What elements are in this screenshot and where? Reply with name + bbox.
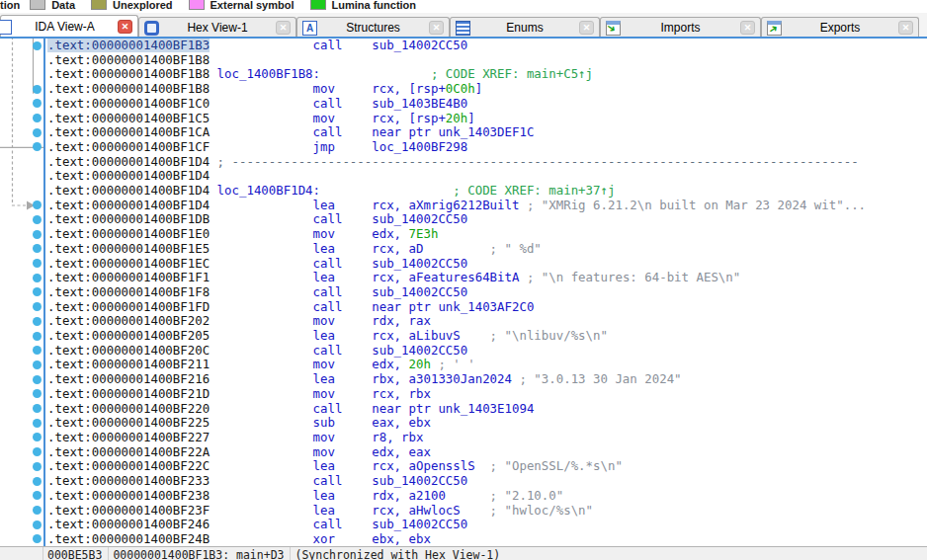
tab-imports[interactable]: Imports✕ [600,17,761,38]
instruction-dot [33,114,42,122]
listing-line[interactable]: .text:00000001400BF1B8 loc_1400BF1B8: ; … [0,67,927,82]
line-gutter [0,402,45,417]
listing-line[interactable]: .text:00000001400BF205 lea rcx, aLibuvS … [0,329,927,344]
instruction-dot [33,447,42,456]
legend-swatch [189,0,205,10]
listing-line[interactable]: .text:00000001400BF202 mov rdx, rax [0,314,927,329]
instruction-dot [33,433,42,441]
enums-icon [456,21,470,36]
status-spacer [0,547,43,560]
tab-close-icon[interactable]: ✕ [579,21,594,35]
listing-line[interactable]: .text:00000001400BF1D4 [0,169,927,184]
listing-line[interactable]: .text:00000001400BF21D mov rcx, rbx [0,387,927,402]
listing-line[interactable]: .text:00000001400BF1C5 mov rcx, [rsp+20h… [0,112,927,126]
instruction-dot [33,346,42,355]
tab-hex-view-1[interactable]: Hex View-1✕ [138,17,296,38]
code-text: call near ptr unk_1403E1094 [210,401,534,416]
listing-line[interactable]: .text:00000001400BF23F lea rcx, aHwlocS … [0,504,927,519]
listing-line[interactable]: .text:00000001400BF227 mov r8, rbx [0,431,927,445]
code-text: mov edx, eax [210,444,431,459]
listing-line[interactable]: .text:00000001400BF238 lea rdx, a2100 ; … [0,489,927,504]
listing-line[interactable]: .text:00000001400BF211 mov edx, 20h ; ' … [0,358,927,372]
line-text: .text:00000001400BF1EC call sub_14002CC5… [47,257,467,272]
tab-exports[interactable]: Exports✕ [761,17,919,38]
code-text: mov edx, [210,226,408,241]
line-gutter [0,372,45,387]
listing-line[interactable]: .text:00000001400BF1FD call near ptr unk… [0,300,927,315]
listing-line[interactable]: .text:00000001400BF1F1 lea rcx, aFeature… [0,271,927,285]
tab-close-icon[interactable]: ✕ [898,21,913,35]
line-text: .text:00000001400BF1D4 loc_1400BF1D4: ; … [47,184,615,199]
listing-line[interactable]: .text:00000001400BF220 call near ptr unk… [0,402,927,417]
listing-line[interactable]: .text:00000001400BF225 sub eax, ebx [0,416,927,431]
legend-label: External symbol [211,0,295,11]
listing-line[interactable]: .text:00000001400BF1C0 call sub_1403BE4B… [0,97,927,112]
listing-line[interactable]: .text:00000001400BF216 lea rbx, a301330J… [0,372,927,387]
listing-line[interactable]: .text:00000001400BF1EC call sub_14002CC5… [0,257,927,272]
address-text: .text:00000001400BF246 [47,517,210,531]
listing-line[interactable]: .text:00000001400BF1CF jmp loc_1400BF298 [0,140,927,155]
legend-swatch [91,0,107,10]
line-gutter [0,169,45,184]
color-legend: tionDataUnexploredExternal symbolLumina … [0,0,927,11]
legend-swatch [30,0,45,10]
listing-line[interactable]: .text:00000001400BF1DB call sub_14002CC5… [0,212,927,227]
tab-structures[interactable]: AStructures✕ [296,17,450,38]
instruction-dot [33,142,42,151]
tab-close-icon[interactable]: ✕ [276,21,291,35]
code-text: mov rcx, rbx [210,386,431,401]
line-gutter [0,489,45,504]
listing-line[interactable]: .text:00000001400BF1E5 lea rcx, aD ; " %… [0,242,927,257]
listing-line[interactable]: .text:00000001400BF233 call sub_14002CC5… [0,474,927,489]
listing-line[interactable]: .text:00000001400BF24B xor ebx, ebx [0,532,927,547]
address-text: .text:00000001400BF21D [47,386,210,401]
tab-close-icon[interactable]: ✕ [740,21,755,35]
line-text: .text:00000001400BF1DB call sub_14002CC5… [47,212,467,227]
code-text: lea rdx, a2100 [210,488,446,503]
line-text: .text:00000001400BF1B3 call sub_14002CC5… [47,39,467,53]
listing-line[interactable]: .text:00000001400BF1B8 mov rcx, [rsp+0C0… [0,82,927,97]
listing-line[interactable]: .text:00000001400BF1B8 [0,53,927,68]
code-text: ] [475,81,482,96]
listing-line[interactable]: .text:00000001400BF22C lea rcx, aOpenssl… [0,459,927,474]
comment-text: ; "OpenSSL/%.*s\n" [475,458,623,473]
line-text: .text:00000001400BF202 mov rdx, rax [47,314,431,329]
line-text: .text:00000001400BF1CA call near ptr unk… [47,125,534,140]
tab-close-icon[interactable]: ✕ [429,21,444,35]
view-tab-bar: IDA View-A✕Hex View-1✕AStructures✕Enums✕… [0,13,927,39]
address-text: .text:00000001400BF220 [47,401,210,416]
instruction-dot [33,462,42,471]
code-text: call sub_14002CC50 [210,256,467,271]
tab-ida-view-a[interactable]: IDA View-A✕ [0,15,138,38]
listing-line[interactable]: .text:00000001400BF1D4 loc_1400BF1D4: ; … [0,184,927,199]
line-gutter [0,285,45,300]
line-text: .text:00000001400BF238 lea rdx, a2100 ; … [47,489,563,504]
xref-comment: ; CODE XREF: main+C5↑j [320,66,593,81]
comment-text: ; "\nlibuv/%s\n" [461,328,608,343]
listing-line[interactable]: .text:00000001400BF22A mov edx, eax [0,445,927,460]
listing-line[interactable]: .text:00000001400BF20C call sub_14002CC5… [0,344,927,359]
tab-label: Imports [625,21,736,35]
line-text: .text:00000001400BF1CF jmp loc_1400BF298 [47,140,467,155]
line-gutter [0,504,45,519]
listing-line[interactable]: .text:00000001400BF1B3 call sub_14002CC5… [0,39,927,53]
address-text: .text:00000001400BF1EC [47,256,210,271]
code-text: lea rcx, aD [210,241,423,256]
tab-enums[interactable]: Enums✕ [450,17,600,38]
listing-line[interactable]: .text:00000001400BF1CA call near ptr unk… [0,125,927,140]
hex-view-icon [144,21,159,36]
tab-label: Enums [474,21,575,35]
line-text: .text:00000001400BF1B8 loc_1400BF1B8: ; … [47,67,593,82]
instruction-dot [33,259,42,268]
listing-line[interactable]: .text:00000001400BF1F8 call sub_14002CC5… [0,285,927,300]
status-bar: 000BE5B3 00000001400BF1B3: main+D3 (Sync… [0,546,927,560]
listing-line[interactable]: .text:00000001400BF1D4 ; ---------------… [0,155,927,170]
tab-close-icon[interactable]: ✕ [118,20,132,34]
imports-icon [606,21,621,36]
instruction-dot [33,477,42,486]
listing-line[interactable]: .text:00000001400BF1E0 mov edx, 7E3h [0,227,927,242]
line-gutter [0,155,45,170]
exports-icon [767,21,782,36]
listing-line[interactable]: .text:00000001400BF1D4 lea rcx, aXmrig62… [0,199,927,213]
listing-line[interactable]: .text:00000001400BF246 call sub_14002CC5… [0,518,927,532]
